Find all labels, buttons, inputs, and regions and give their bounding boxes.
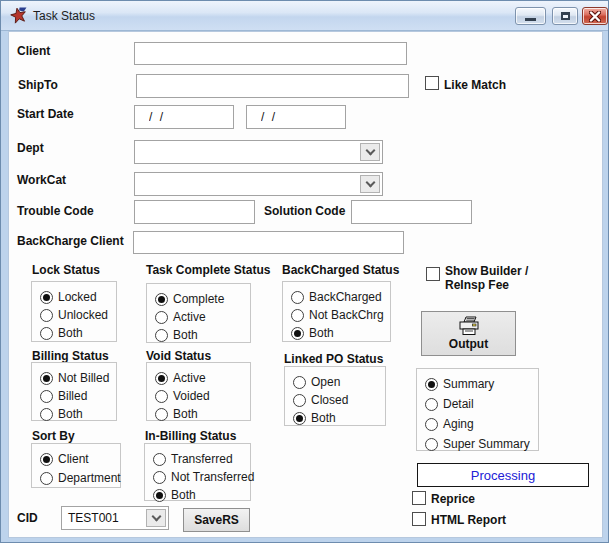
- radio-billing-both[interactable]: [40, 408, 53, 421]
- radio-label: Client: [58, 452, 89, 466]
- void-status-group: Active Voided Both: [146, 362, 251, 421]
- radio-sort-department[interactable]: [40, 472, 53, 485]
- radio-task-active[interactable]: [155, 311, 168, 324]
- radio-void-both[interactable]: [155, 408, 168, 421]
- sort-by-group: Client Department: [31, 443, 121, 488]
- radio-summary[interactable]: [425, 378, 438, 391]
- radio-label: Aging: [443, 417, 474, 431]
- titlebar[interactable]: Task Status: [1, 1, 608, 31]
- radio-super-summary[interactable]: [425, 438, 438, 451]
- task-complete-status-group: Complete Active Both: [146, 283, 251, 343]
- radio-detail[interactable]: [425, 398, 438, 411]
- app-star-icon: [10, 7, 27, 24]
- billing-status-title: Billing Status: [32, 349, 109, 363]
- shipto-input[interactable]: [136, 74, 409, 98]
- reprice-label: Reprice: [431, 492, 475, 506]
- dept-label: Dept: [17, 141, 44, 155]
- radio-not-backchrg[interactable]: [291, 309, 304, 322]
- processing-label: Processing: [471, 468, 535, 483]
- backcharge-client-input[interactable]: [133, 231, 404, 254]
- void-status-title: Void Status: [146, 349, 211, 363]
- radio-label: Summary: [443, 377, 494, 391]
- radio-label: BackCharged: [309, 290, 382, 304]
- start-date-to-input[interactable]: [246, 105, 346, 129]
- like-match-checkbox[interactable]: [425, 76, 439, 90]
- radio-not-billed[interactable]: [40, 372, 53, 385]
- radio-complete[interactable]: [155, 293, 168, 306]
- radio-label: Detail: [443, 397, 474, 411]
- savers-button[interactable]: SaveRS: [183, 508, 250, 532]
- radio-label: Unlocked: [58, 308, 108, 322]
- radio-label: Both: [58, 407, 83, 421]
- processing-status-box: Processing: [417, 463, 589, 487]
- radio-lock-both[interactable]: [40, 327, 53, 340]
- backcharged-status-title: BackCharged Status: [282, 263, 399, 277]
- radio-label: Closed: [311, 393, 348, 407]
- output-label: Output: [449, 337, 488, 351]
- backcharged-status-group: BackCharged Not BackChrg Both: [282, 281, 391, 342]
- start-date-from-input[interactable]: [134, 105, 234, 129]
- html-report-checkbox[interactable]: [412, 512, 426, 526]
- radio-aging[interactable]: [425, 418, 438, 431]
- radio-label: Both: [173, 407, 198, 421]
- radio-label: Voided: [173, 389, 210, 403]
- reprice-checkbox[interactable]: [412, 491, 426, 505]
- report-type-group: Summary Detail Aging Super Summary: [416, 368, 539, 451]
- radio-void-active[interactable]: [155, 372, 168, 385]
- radio-label: Locked: [58, 290, 97, 304]
- radio-label: Billed: [58, 389, 87, 403]
- radio-billed[interactable]: [40, 390, 53, 403]
- solution-code-input[interactable]: [351, 200, 472, 224]
- workcat-select[interactable]: [134, 172, 383, 196]
- radio-label: Not Billed: [58, 371, 109, 385]
- minimize-button[interactable]: [515, 7, 546, 25]
- radio-po-open[interactable]: [293, 376, 306, 389]
- window-title: Task Status: [33, 9, 95, 23]
- maximize-icon: [561, 12, 570, 20]
- radio-label: Active: [173, 371, 206, 385]
- output-button[interactable]: Output: [421, 311, 516, 356]
- close-icon: [589, 11, 601, 22]
- cid-value: TEST001: [68, 511, 119, 525]
- show-builder-checkbox[interactable]: [426, 267, 440, 281]
- radio-po-closed[interactable]: [293, 394, 306, 407]
- shipto-label: ShipTo: [18, 78, 58, 92]
- workcat-label: WorkCat: [17, 173, 66, 187]
- radio-unlocked[interactable]: [40, 309, 53, 322]
- radio-label: Both: [171, 488, 196, 502]
- chevron-down-icon[interactable]: [360, 175, 380, 193]
- cid-select[interactable]: TEST001: [61, 506, 169, 530]
- radio-label: Both: [311, 411, 336, 425]
- radio-voided[interactable]: [155, 390, 168, 403]
- trouble-code-input[interactable]: [134, 200, 255, 224]
- radio-task-both[interactable]: [155, 329, 168, 342]
- lock-status-group: Locked Unlocked Both: [31, 281, 117, 342]
- radio-locked[interactable]: [40, 291, 53, 304]
- chevron-down-icon[interactable]: [146, 509, 166, 527]
- radio-label: Both: [58, 326, 83, 340]
- radio-transferred[interactable]: [153, 453, 166, 466]
- sort-by-title: Sort By: [32, 429, 75, 443]
- close-button[interactable]: [582, 7, 608, 25]
- radio-label: Active: [173, 310, 206, 324]
- radio-label: Both: [309, 326, 334, 340]
- chevron-down-icon[interactable]: [360, 143, 380, 161]
- savers-label: SaveRS: [194, 513, 239, 527]
- html-report-label: HTML Report: [431, 513, 506, 527]
- radio-not-transferred[interactable]: [153, 471, 166, 484]
- radio-label: Complete: [173, 292, 224, 306]
- client-input[interactable]: [134, 42, 407, 65]
- radio-label: Open: [311, 375, 340, 389]
- dept-select[interactable]: [134, 140, 383, 164]
- maximize-button[interactable]: [552, 7, 578, 25]
- radio-backcharged[interactable]: [291, 291, 304, 304]
- radio-inbilling-both[interactable]: [153, 489, 166, 502]
- radio-backchg-both[interactable]: [291, 327, 304, 340]
- radio-po-both[interactable]: [293, 412, 306, 425]
- cid-label: CID: [17, 511, 38, 525]
- like-match-label: Like Match: [444, 78, 506, 92]
- start-date-label: Start Date: [17, 107, 74, 121]
- client-label: Client: [17, 44, 50, 58]
- in-billing-status-title: In-Billing Status: [145, 429, 236, 443]
- radio-sort-client[interactable]: [40, 453, 53, 466]
